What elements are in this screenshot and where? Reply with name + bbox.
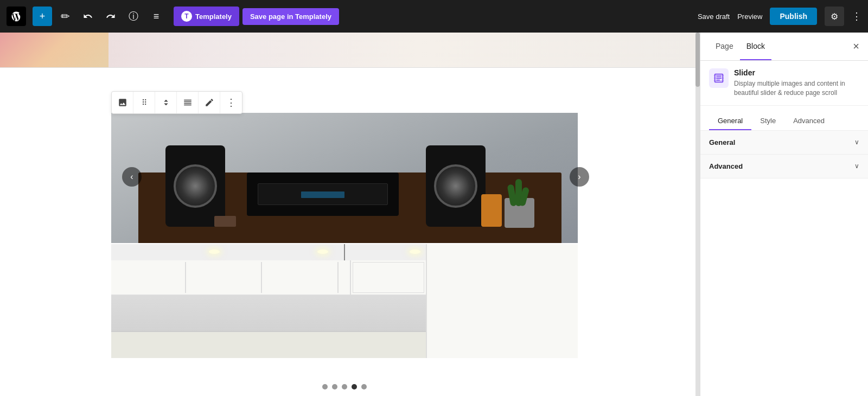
slider-dot-5[interactable]	[361, 384, 367, 389]
block-toolbar: ⠿ ⋮	[111, 91, 242, 114]
settings-button[interactable]: ⚙	[825, 7, 844, 26]
info-button[interactable]: ⓘ	[124, 7, 143, 26]
templately-label: Templately	[195, 12, 232, 21]
block-image-button[interactable]	[112, 92, 133, 113]
publish-button[interactable]: Publish	[770, 8, 817, 25]
accordion-advanced: Advanced ∨	[700, 155, 868, 178]
canvas: ⠿ ⋮	[0, 33, 700, 396]
block-drag-button[interactable]: ⠿	[133, 92, 155, 113]
scroll-thumb[interactable]	[695, 33, 700, 87]
pencil-button[interactable]: ✏	[55, 7, 75, 26]
save-draft-button[interactable]: Save draft	[698, 12, 730, 21]
toolbar-right: Save draft Preview Publish ⚙ ⋮	[698, 7, 861, 26]
slider-image-1	[111, 113, 578, 243]
subtab-general[interactable]: General	[709, 112, 751, 130]
templately-button[interactable]: T Templately	[174, 7, 239, 26]
top-header-image	[0, 33, 700, 68]
accordion-general-header[interactable]: General ∨	[700, 131, 868, 154]
slider-dot-1[interactable]	[322, 384, 328, 389]
wp-logo	[7, 7, 26, 26]
subtab-advanced[interactable]: Advanced	[784, 112, 833, 130]
sidebar: Page Block × Slider Display multiple ima…	[700, 33, 868, 396]
main-toolbar: + ✏ ⓘ ≡ T Templately Save page in Templa…	[0, 0, 868, 33]
block-subtabs: General Style Advanced	[700, 106, 868, 131]
slider-dot-3[interactable]	[342, 384, 347, 389]
accordion-general-title: General	[709, 138, 735, 146]
block-text: Slider Display multiple images and conte…	[734, 68, 859, 98]
block-icon	[709, 68, 729, 88]
templately-icon: T	[181, 11, 192, 22]
block-edit-button[interactable]	[199, 92, 220, 113]
canvas-inner: ⠿ ⋮	[0, 33, 700, 396]
accordion-general-chevron: ∨	[854, 138, 859, 146]
scroll-track[interactable]	[695, 33, 700, 396]
list-button[interactable]: ≡	[146, 7, 166, 26]
save-templately-button[interactable]: Save page in Templately	[242, 8, 339, 25]
slider-next-button[interactable]: ›	[570, 167, 589, 187]
block-info: Slider Display multiple images and conte…	[700, 61, 868, 106]
main-area: ⠿ ⋮	[0, 33, 868, 396]
sidebar-content: Slider Display multiple images and conte…	[700, 61, 868, 396]
block-more-button[interactable]: ⋮	[220, 92, 242, 113]
preview-button[interactable]: Preview	[737, 12, 762, 21]
slider-dots	[111, 384, 578, 389]
subtab-style[interactable]: Style	[751, 112, 784, 130]
accordion-general: General ∨	[700, 131, 868, 155]
accordion-advanced-header[interactable]: Advanced ∨	[700, 155, 868, 178]
tab-block[interactable]: Block	[740, 33, 771, 60]
slider-dot-2[interactable]	[332, 384, 337, 389]
block-move-button[interactable]	[155, 92, 177, 113]
slider-dot-4[interactable]	[352, 384, 357, 389]
block-name: Slider	[734, 68, 859, 77]
block-align-button[interactable]	[177, 92, 199, 113]
slider-prev-button[interactable]: ‹	[122, 167, 142, 187]
block-desc: Display multiple images and content in b…	[734, 79, 859, 98]
top-image-overlay	[0, 33, 108, 68]
redo-button[interactable]	[101, 7, 120, 26]
sidebar-header: Page Block ×	[700, 33, 868, 61]
add-block-button[interactable]: +	[33, 7, 52, 26]
accordion-advanced-chevron: ∨	[854, 162, 859, 170]
more-options-button[interactable]: ⋮	[852, 10, 861, 22]
accordion-advanced-title: Advanced	[709, 162, 743, 170]
sidebar-close-button[interactable]: ×	[853, 40, 859, 53]
undo-button[interactable]	[78, 7, 98, 26]
tab-page[interactable]: Page	[709, 33, 740, 60]
sidebar-tabs: Page Block	[709, 33, 771, 60]
slider-image-2	[111, 244, 578, 358]
